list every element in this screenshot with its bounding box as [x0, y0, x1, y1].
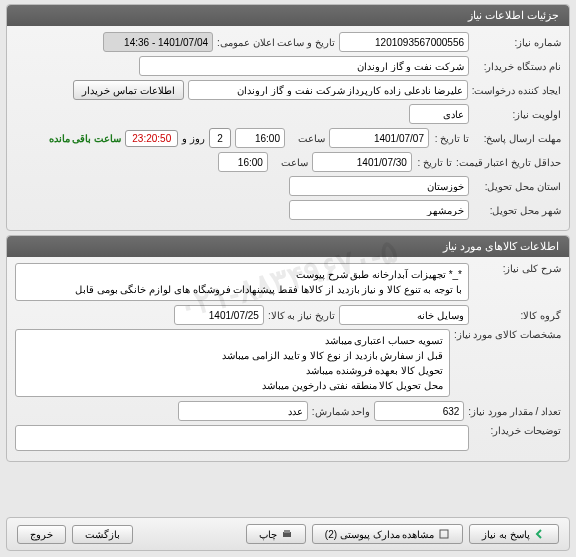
- need-details-header: جزئیات اطلاعات نیاز: [7, 5, 569, 26]
- exit-button[interactable]: خروج: [17, 525, 66, 544]
- group-field[interactable]: [339, 305, 469, 325]
- footer-toolbar: پاسخ به نیاز مشاهده مدارک پیوستی (2) چاپ…: [6, 517, 570, 551]
- arrow-left-icon: [534, 528, 546, 540]
- goods-info-panel: اطلاعات کالاهای مورد نیاز شرح کلی نیاز: …: [6, 235, 570, 462]
- group-label: گروه کالا:: [473, 310, 561, 321]
- pub-datetime-field: [103, 32, 213, 52]
- deadline-time-label: ساعت: [289, 133, 325, 144]
- exit-label: خروج: [30, 529, 53, 540]
- spec-textblock[interactable]: تسویه حساب اعتباری میباشد قبل از سفارش ب…: [15, 329, 450, 397]
- buyer-label: نام دستگاه خریدار:: [473, 61, 561, 72]
- pub-datetime-label: تاریخ و ساعت اعلان عمومی:: [217, 37, 335, 48]
- printer-icon: [281, 528, 293, 540]
- city-field[interactable]: [289, 200, 469, 220]
- buyer-contact-button[interactable]: اطلاعات تماس خریدار: [73, 80, 184, 100]
- need-details-panel: جزئیات اطلاعات نیاز شماره نیاز: تاریخ و …: [6, 4, 570, 231]
- validity-time-label: ساعت: [272, 157, 308, 168]
- need-no-label: شماره نیاز:: [473, 37, 561, 48]
- svg-rect-0: [440, 530, 448, 538]
- province-label: استان محل تحویل:: [473, 181, 561, 192]
- unit-label: واحد شمارش:: [312, 406, 371, 417]
- remaining-text: ساعت باقی مانده: [49, 133, 122, 144]
- days-remaining-field: [209, 128, 231, 148]
- buyer-note-textblock[interactable]: [15, 425, 469, 451]
- spec-line-4: محل تحویل کالا منطقه نفتی دارخوین میباشد: [22, 378, 443, 393]
- validity-date-field[interactable]: [312, 152, 412, 172]
- spec-line-1: تسویه حساب اعتباری میباشد: [22, 333, 443, 348]
- desc-textblock[interactable]: *_* تجهیزات آبدارخانه طبق شرح پیوست با ت…: [15, 263, 469, 301]
- buyer-note-label: توضیحات خریدار:: [473, 425, 561, 436]
- priority-label: اولویت نیاز:: [473, 109, 561, 120]
- buyer-field[interactable]: [139, 56, 469, 76]
- svg-rect-2: [284, 530, 290, 533]
- goods-info-header: اطلاعات کالاهای مورد نیاز: [7, 236, 569, 257]
- desc-line-1: *_* تجهیزات آبدارخانه طبق شرح پیوست: [22, 267, 462, 282]
- desc-label: شرح کلی نیاز:: [473, 263, 561, 274]
- desc-line-2: با توجه به تنوع کالا و نیاز بازدید از کا…: [22, 282, 462, 297]
- back-label: بازگشت: [85, 529, 120, 540]
- print-label: چاپ: [259, 529, 277, 540]
- province-field[interactable]: [289, 176, 469, 196]
- validity-time-field[interactable]: [218, 152, 268, 172]
- to-date-label: تا تاریخ :: [433, 133, 469, 144]
- spec-line-3: تحویل کالا بعهده فروشنده میباشد: [22, 363, 443, 378]
- reply-button[interactable]: پاسخ به نیاز: [469, 524, 559, 544]
- reply-label: پاسخ به نیاز: [482, 529, 530, 540]
- deadline-date-field[interactable]: [329, 128, 429, 148]
- attachments-label: مشاهده مدارک پیوستی (2): [325, 529, 435, 540]
- need-date-field[interactable]: [174, 305, 264, 325]
- qty-field[interactable]: [374, 401, 464, 421]
- validity-label: حداقل تاریخ اعتبار قیمت:: [456, 157, 561, 168]
- city-label: شهر محل تحویل:: [473, 205, 561, 216]
- days-and-text: روز و: [182, 133, 205, 144]
- back-button[interactable]: بازگشت: [72, 525, 133, 544]
- priority-field[interactable]: [409, 104, 469, 124]
- spec-label: مشخصات کالای مورد نیاز:: [454, 329, 561, 340]
- need-no-field[interactable]: [339, 32, 469, 52]
- countdown-timer: 23:20:50: [125, 130, 178, 147]
- requester-label: ایجاد کننده درخواست:: [472, 85, 561, 96]
- deadline-label: مهلت ارسال پاسخ:: [473, 133, 561, 144]
- print-button[interactable]: چاپ: [246, 524, 306, 544]
- qty-label: تعداد / مقدار مورد نیاز:: [468, 406, 561, 417]
- need-date-label: تاریخ نیاز به کالا:: [268, 310, 335, 321]
- deadline-time-field[interactable]: [235, 128, 285, 148]
- attachment-icon: [438, 528, 450, 540]
- attachments-button[interactable]: مشاهده مدارک پیوستی (2): [312, 524, 464, 544]
- requester-field[interactable]: [188, 80, 468, 100]
- validity-to-date-label: تا تاریخ :: [416, 157, 452, 168]
- spec-line-2: قبل از سفارش بازدید از نوع کالا و تایید …: [22, 348, 443, 363]
- unit-field[interactable]: [178, 401, 308, 421]
